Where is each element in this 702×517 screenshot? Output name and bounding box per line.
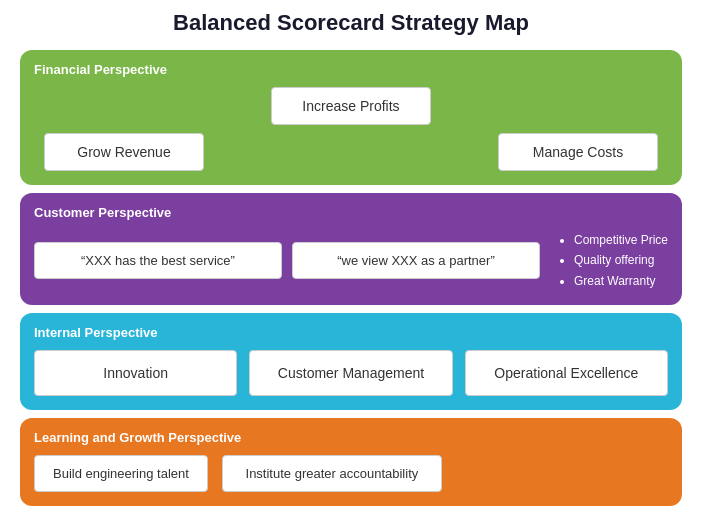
- financial-top-row: Increase Profits: [271, 87, 431, 125]
- innovation-box: Innovation: [34, 350, 237, 396]
- internal-boxes: Innovation Customer Management Operation…: [34, 350, 668, 396]
- bullet-3: Great Warranty: [574, 271, 668, 291]
- bullet-1: Competitive Price: [574, 230, 668, 250]
- financial-label: Financial Perspective: [34, 62, 668, 77]
- customer-bullets: Competitive Price Quality offering Great…: [550, 230, 668, 291]
- customer-boxes: “XXX has the best service” “we view XXX …: [34, 242, 540, 279]
- customer-content: “XXX has the best service” “we view XXX …: [34, 230, 668, 291]
- page-title: Balanced Scorecard Strategy Map: [173, 10, 529, 36]
- increase-profits-box: Increase Profits: [271, 87, 431, 125]
- internal-section: Internal Perspective Innovation Customer…: [20, 313, 682, 410]
- customer-box-2: “we view XXX as a partner”: [292, 242, 540, 279]
- bullet-2: Quality offering: [574, 250, 668, 270]
- institute-accountability-box: Institute greater accountability: [222, 455, 442, 492]
- financial-section: Financial Perspective Increase Profits G…: [20, 50, 682, 185]
- build-engineering-box: Build engineering talent: [34, 455, 208, 492]
- customer-management-box: Customer Management: [249, 350, 452, 396]
- customer-label: Customer Perspective: [34, 205, 668, 220]
- customer-section: Customer Perspective “XXX has the best s…: [20, 193, 682, 305]
- manage-costs-box: Manage Costs: [498, 133, 658, 171]
- financial-bottom-row: Grow Revenue Manage Costs: [34, 133, 668, 171]
- learning-label: Learning and Growth Perspective: [34, 430, 668, 445]
- learning-boxes: Build engineering talent Institute great…: [34, 455, 668, 492]
- financial-content: Increase Profits Grow Revenue Manage Cos…: [34, 87, 668, 171]
- internal-label: Internal Perspective: [34, 325, 668, 340]
- learning-section: Learning and Growth Perspective Build en…: [20, 418, 682, 506]
- grow-revenue-box: Grow Revenue: [44, 133, 204, 171]
- customer-box-1: “XXX has the best service”: [34, 242, 282, 279]
- operational-excellence-box: Operational Excellence: [465, 350, 668, 396]
